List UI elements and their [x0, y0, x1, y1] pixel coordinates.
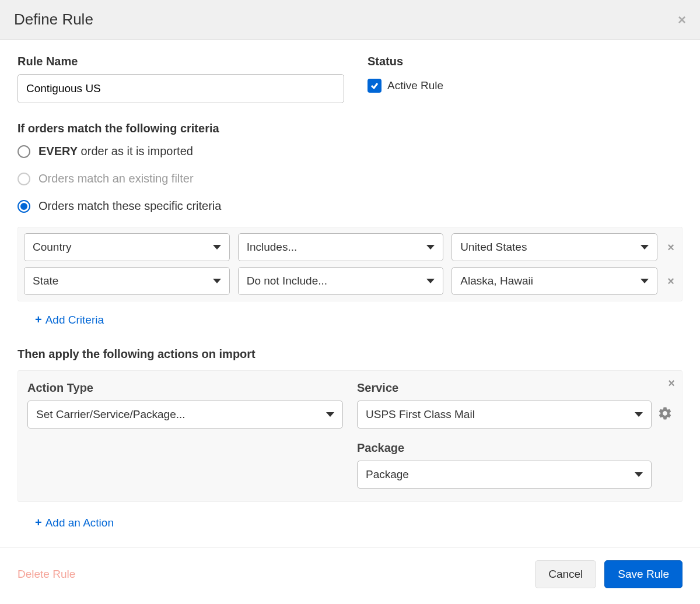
plus-icon: +: [35, 516, 42, 529]
criteria-operator-select[interactable]: Do not Include...: [238, 267, 444, 295]
criteria-operator-select[interactable]: Includes...: [238, 233, 444, 261]
radio-circle[interactable]: [18, 200, 30, 213]
check-icon: [370, 81, 379, 90]
action-type-col: Action Type Set Carrier/Service/Package.…: [27, 381, 343, 489]
package-select-row: Package: [357, 461, 673, 489]
remove-action-icon[interactable]: ×: [668, 377, 675, 390]
save-rule-button[interactable]: Save Rule: [604, 560, 682, 588]
radio-option-filter: Orders match an existing filter: [18, 172, 682, 185]
close-icon[interactable]: ×: [678, 12, 686, 28]
status-label: Status: [368, 55, 443, 68]
footer-buttons: Cancel Save Rule: [535, 560, 682, 588]
rule-name-group: Rule Name: [18, 55, 344, 103]
radio-label-every: EVERY order as it is imported: [38, 145, 193, 158]
gear-icon[interactable]: [657, 406, 673, 424]
active-rule-label: Active Rule: [387, 79, 443, 92]
criteria-block: Country Includes... United States × Stat…: [18, 227, 682, 301]
package-label: Package: [357, 441, 673, 455]
remove-criteria-icon[interactable]: ×: [666, 241, 676, 254]
action-block: × Action Type Set Carrier/Service/Packag…: [18, 370, 682, 502]
action-type-label: Action Type: [27, 381, 343, 395]
rule-name-input[interactable]: [18, 74, 344, 103]
add-action-link[interactable]: + Add an Action: [35, 516, 114, 529]
service-select-row: USPS First Class Mail: [357, 401, 673, 429]
radio-option-specific[interactable]: Orders match these specific criteria: [18, 199, 682, 213]
action-type-select[interactable]: Set Carrier/Service/Package...: [27, 401, 343, 429]
modal-title: Define Rule: [14, 10, 93, 29]
top-row: Rule Name Status Active Rule: [18, 55, 682, 103]
criteria-row: State Do not Include... Alaska, Hawaii ×: [24, 267, 676, 295]
action-row: Action Type Set Carrier/Service/Package.…: [27, 381, 673, 489]
rule-name-label: Rule Name: [18, 55, 344, 68]
package-group: Package Package: [357, 441, 673, 489]
active-rule-checkbox[interactable]: [368, 79, 382, 93]
criteria-field-select[interactable]: State: [24, 267, 230, 295]
criteria-row: Country Includes... United States ×: [24, 233, 676, 261]
radio-option-every[interactable]: EVERY order as it is imported: [18, 145, 682, 158]
plus-icon: +: [35, 313, 42, 326]
action-right-col: Service USPS First Class Mail Package Pa…: [357, 381, 673, 489]
actions-section: Then apply the following actions on impo…: [18, 347, 682, 529]
radio-label-specific: Orders match these specific criteria: [38, 199, 221, 213]
modal-header: Define Rule ×: [0, 0, 700, 40]
add-criteria-link[interactable]: + Add Criteria: [35, 313, 104, 326]
criteria-field-select[interactable]: Country: [24, 233, 230, 261]
criteria-value-select[interactable]: United States: [452, 233, 657, 261]
delete-rule-link[interactable]: Delete Rule: [18, 568, 75, 581]
service-label: Service: [357, 381, 673, 395]
active-rule-checkbox-row[interactable]: Active Rule: [368, 79, 443, 93]
cancel-button[interactable]: Cancel: [535, 560, 596, 588]
radio-label-filter: Orders match an existing filter: [38, 172, 194, 185]
criteria-heading: If orders match the following criteria: [18, 122, 682, 135]
radio-circle[interactable]: [18, 145, 30, 158]
modal-footer: Delete Rule Cancel Save Rule: [0, 547, 700, 601]
criteria-value-select[interactable]: Alaska, Hawaii: [452, 267, 657, 295]
remove-criteria-icon[interactable]: ×: [666, 275, 676, 288]
modal-body: Rule Name Status Active Rule If orders m…: [0, 40, 700, 547]
service-select[interactable]: USPS First Class Mail: [357, 401, 652, 429]
radio-circle: [18, 173, 30, 185]
package-select[interactable]: Package: [357, 461, 652, 489]
status-group: Status Active Rule: [368, 55, 443, 103]
actions-heading: Then apply the following actions on impo…: [18, 347, 682, 361]
